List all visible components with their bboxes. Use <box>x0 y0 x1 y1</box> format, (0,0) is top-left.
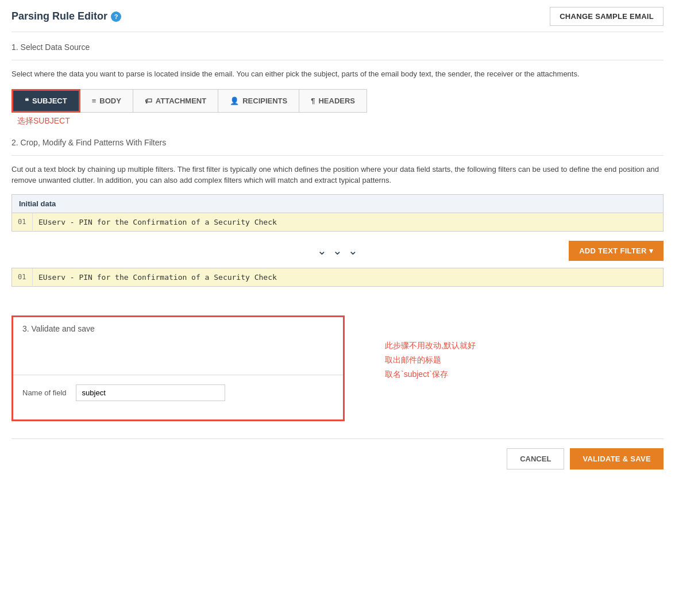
body-icon: ≡ <box>92 97 97 105</box>
arrows-indicator: ⌄ ⌄ ⌄ <box>317 244 358 257</box>
initial-data-table: Initial data 01 EUserv - PIN for the Con… <box>11 194 664 232</box>
tab-attachment-label: ATTACHMENT <box>156 97 206 105</box>
tab-headers-label: HEADERS <box>318 97 355 105</box>
step1-title: 1. Select Data Source <box>11 43 664 52</box>
step1-annotation: 选择SUBJECT <box>17 116 664 126</box>
step2-section: 2. Crop, Modify & Find Patterns With Fil… <box>11 138 664 287</box>
step3-section: 3. Validate and save Name of field <box>11 315 345 421</box>
chevron-down-icon-3: ⌄ <box>348 244 358 257</box>
attachment-icon: 🏷 <box>145 97 152 105</box>
tab-subject-label: SUBJECT <box>32 97 67 105</box>
tab-body[interactable]: ≡ BODY <box>80 89 133 113</box>
output-row-content: EUserv - PIN for the Confirmation of a S… <box>33 268 283 286</box>
headers-icon: ¶ <box>311 97 315 105</box>
initial-row-number: 01 <box>12 213 33 230</box>
validate-body: Name of field <box>13 375 343 410</box>
arrows-area: ⌄ ⌄ ⌄ ADD TEXT FILTER ▾ <box>11 241 664 261</box>
step2-description: Cut out a text block by chaining up mult… <box>11 164 664 186</box>
tab-subject[interactable]: ❝ SUBJECT <box>11 89 80 113</box>
step3-wrapper: 3. Validate and save Name of field 此步骤不用… <box>11 298 664 433</box>
data-source-tabs: ❝ SUBJECT ≡ BODY 🏷 ATTACHMENT 👤 RECIPIEN… <box>11 89 664 113</box>
initial-data-header: Initial data <box>12 195 663 213</box>
help-icon[interactable]: ? <box>111 11 121 22</box>
step3-annotation: 此步骤不用改动,默认就好 取出邮件的标题 取名`subject`保存 <box>385 338 476 382</box>
page-title: Parsing Rule Editor <box>11 10 107 22</box>
step3-annotation-group: 此步骤不用改动,默认就好 取出邮件的标题 取名`subject`保存 <box>345 298 476 382</box>
subject-icon: ❝ <box>25 97 29 105</box>
recipients-icon: 👤 <box>230 97 239 105</box>
tab-headers[interactable]: ¶ HEADERS <box>299 89 367 113</box>
step2-title: 2. Crop, Modify & Find Patterns With Fil… <box>11 138 664 147</box>
page-title-group: Parsing Rule Editor ? <box>11 10 121 22</box>
output-data-table: 01 EUserv - PIN for the Confirmation of … <box>11 268 664 287</box>
output-row-number: 01 <box>12 268 33 286</box>
initial-row-content: EUserv - PIN for the Confirmation of a S… <box>33 213 283 231</box>
field-name-input[interactable] <box>76 384 225 401</box>
step3-empty-area <box>13 340 343 375</box>
step1-section: 1. Select Data Source Select where the d… <box>11 43 664 126</box>
step1-description: Select where the data you want to parse … <box>11 68 664 80</box>
tab-body-label: BODY <box>99 97 121 105</box>
cancel-button[interactable]: CANCEL <box>507 448 564 469</box>
add-text-filter-button[interactable]: ADD TEXT FILTER ▾ <box>569 241 664 261</box>
chevron-down-icon-1: ⌄ <box>317 244 327 257</box>
tab-recipients-label: RECIPIENTS <box>242 97 287 105</box>
change-sample-email-button[interactable]: CHANGE SAMPLE EMAIL <box>550 7 664 26</box>
chevron-down-icon-2: ⌄ <box>333 244 342 257</box>
validate-save-button[interactable]: VALIDATE & SAVE <box>570 448 664 469</box>
output-data-row: 01 EUserv - PIN for the Confirmation of … <box>12 268 663 286</box>
field-name-label: Name of field <box>22 388 67 397</box>
page-header: Parsing Rule Editor ? CHANGE SAMPLE EMAI… <box>11 7 664 32</box>
tab-attachment[interactable]: 🏷 ATTACHMENT <box>133 89 218 113</box>
initial-data-row: 01 EUserv - PIN for the Confirmation of … <box>12 213 663 231</box>
step3-title: 3. Validate and save <box>13 317 343 340</box>
footer-buttons: CANCEL VALIDATE & SAVE <box>11 438 664 475</box>
tab-recipients[interactable]: 👤 RECIPIENTS <box>218 89 299 113</box>
